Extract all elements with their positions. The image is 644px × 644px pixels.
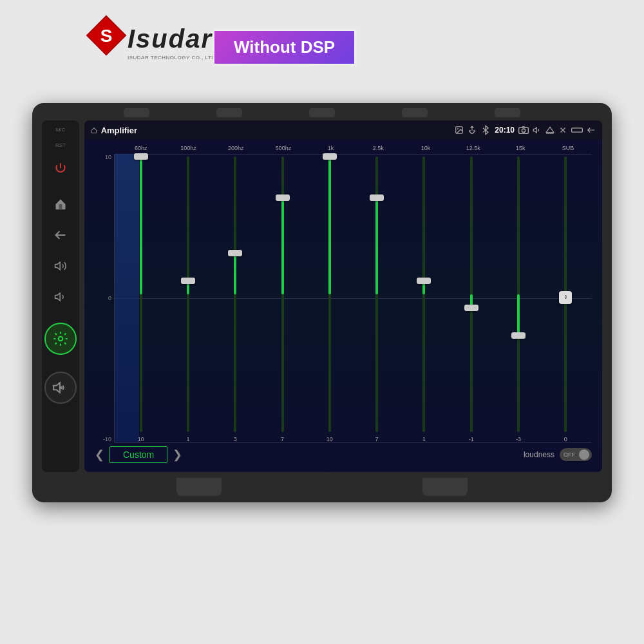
- rst-label: RST: [49, 141, 72, 149]
- slider-thumb-SUB[interactable]: ⇕: [559, 291, 572, 304]
- y-label-0: 0: [95, 295, 111, 301]
- freq-label-10k: 10k: [412, 145, 439, 151]
- volume-up-button[interactable]: [49, 254, 72, 278]
- eq-freq-labels: 60hz100hz200hz500hz1k2.5k10k12.5k15kSUB: [95, 145, 592, 151]
- slider-thumb-500hz[interactable]: [276, 194, 290, 201]
- usb-icon: [468, 126, 477, 135]
- slider-track-60hz: [140, 156, 142, 432]
- slider-value-10k: 1: [422, 436, 426, 442]
- loudness-area: loudness OFF: [524, 448, 592, 461]
- eq-slider-60hz[interactable]: 10: [131, 154, 151, 442]
- slider-value-2.5k: 7: [375, 436, 379, 442]
- slider-thumb-2.5k[interactable]: [370, 194, 384, 201]
- slider-fill-60hz: [140, 156, 142, 294]
- eject-icon: [545, 126, 554, 135]
- slider-value-15k: -3: [516, 436, 521, 442]
- eq-container: 60hz100hz200hz500hz1k2.5k10k12.5k15kSUB …: [95, 145, 592, 467]
- bottom-mount-right: [422, 478, 468, 496]
- slider-thumb-60hz[interactable]: [134, 153, 148, 160]
- freq-label-100hz: 100hz: [175, 145, 202, 151]
- stereo-body: MIC RST: [32, 117, 612, 475]
- svg-point-7: [522, 129, 525, 132]
- slider-thumb-100hz[interactable]: [181, 278, 195, 284]
- mount-bump-5: [495, 108, 520, 117]
- eq-y-axis: 10 0 -10: [95, 154, 114, 442]
- bottom-mounts: [76, 478, 569, 496]
- svg-rect-8: [572, 128, 583, 132]
- eq-slider-500hz[interactable]: 7: [273, 154, 292, 442]
- eq-slider-2.5k[interactable]: 7: [367, 154, 386, 442]
- eq-bars-area: 101371071-1-3⇕0: [114, 154, 592, 442]
- left-panel: MIC RST: [42, 120, 79, 472]
- mount-bump-4: [402, 108, 428, 117]
- freq-label-12.5k: 12.5k: [460, 145, 487, 151]
- eq-settings-button[interactable]: [44, 323, 77, 355]
- status-bar: ⌂ Amplifier 20:10: [84, 120, 602, 140]
- slider-thumb-12.5k[interactable]: [464, 305, 478, 311]
- dsp-badge: Without DSP: [213, 29, 356, 66]
- eq-slider-SUB[interactable]: ⇕0: [556, 154, 575, 442]
- mount-bump-1: [124, 108, 149, 117]
- slider-value-100hz: 1: [186, 436, 189, 442]
- time-display: 20:10: [495, 126, 515, 135]
- brand-diamond-icon: S: [84, 13, 129, 58]
- page-background: S Isudar ISUDAR TECHNOLOGY CO., LTD With…: [0, 0, 644, 644]
- eq-slider-1k[interactable]: 10: [320, 154, 339, 442]
- slider-value-12.5k: -1: [469, 436, 474, 442]
- camera-icon: [518, 126, 529, 134]
- back-nav-icon[interactable]: [587, 126, 596, 135]
- mount-bump-2: [216, 108, 242, 117]
- home-button[interactable]: [49, 193, 72, 216]
- svg-point-2: [59, 337, 63, 341]
- volume-icon: [533, 126, 542, 135]
- freq-label-200hz: 200hz: [222, 145, 249, 151]
- slider-track-200hz: [234, 156, 236, 432]
- brand-name: Isudar: [128, 24, 213, 53]
- slider-fill-2.5k: [375, 198, 378, 294]
- loudness-toggle[interactable]: OFF: [560, 448, 592, 461]
- preset-prev-button[interactable]: ❮: [95, 448, 104, 462]
- dsp-badge-text: Without DSP: [234, 37, 335, 57]
- eq-slider-100hz[interactable]: 1: [178, 154, 198, 442]
- window-icon: [571, 127, 583, 133]
- speaker-button[interactable]: [44, 372, 77, 404]
- slider-thumb-1k[interactable]: [323, 153, 337, 160]
- svg-text:S: S: [100, 26, 113, 46]
- slider-track-SUB: ⇕: [564, 156, 567, 432]
- freq-label-15k: 15k: [507, 145, 534, 151]
- brand-area: S Isudar ISUDAR TECHNOLOGY CO., LTD: [84, 13, 216, 61]
- eq-slider-12.5k[interactable]: -1: [462, 154, 481, 442]
- loudness-label: loudness: [524, 450, 554, 459]
- svg-point-3: [61, 387, 62, 388]
- slider-track-15k: [517, 156, 520, 432]
- top-mounts: [90, 108, 554, 117]
- toggle-text: OFF: [564, 451, 575, 458]
- slider-value-500hz: 7: [281, 436, 284, 442]
- slider-track-10k: [422, 156, 425, 432]
- mount-bump-3: [309, 108, 335, 117]
- slider-thumb-10k[interactable]: [417, 278, 431, 284]
- brand-subtitle: ISUDAR TECHNOLOGY CO., LTD: [128, 55, 216, 61]
- svg-point-5: [457, 128, 459, 129]
- slider-value-1k: 10: [327, 436, 333, 442]
- slider-value-200hz: 3: [234, 436, 237, 442]
- y-label-neg10: -10: [95, 436, 111, 442]
- power-button[interactable]: [49, 156, 72, 180]
- volume-down-button[interactable]: [49, 285, 72, 308]
- eq-screen: 60hz100hz200hz500hz1k2.5k10k12.5k15kSUB …: [84, 140, 602, 472]
- eq-slider-15k[interactable]: -3: [509, 154, 528, 442]
- slider-value-SUB: 0: [564, 436, 567, 442]
- eq-slider-10k[interactable]: 1: [414, 154, 433, 442]
- freq-label-1k: 1k: [317, 145, 345, 151]
- eq-slider-200hz[interactable]: 3: [225, 154, 245, 442]
- back-button[interactable]: [49, 223, 72, 247]
- image-icon: [455, 126, 464, 135]
- freq-label-60hz: 60hz: [128, 145, 155, 151]
- slider-thumb-200hz[interactable]: [228, 250, 242, 256]
- mic-label: MIC: [49, 126, 72, 133]
- slider-fill-15k: [517, 294, 520, 336]
- preset-next-button[interactable]: ❯: [173, 448, 182, 462]
- eq-preset-nav: ❮ Custom ❯: [95, 446, 182, 463]
- slider-thumb-15k[interactable]: [511, 332, 526, 339]
- home-icon[interactable]: ⌂: [91, 124, 97, 136]
